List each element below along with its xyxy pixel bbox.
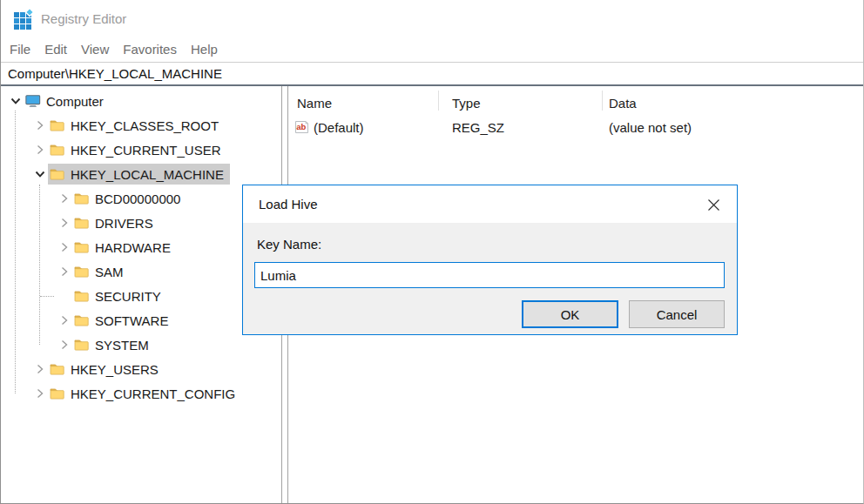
tree-item-hkey-classes-root[interactable]: HKEY_CLASSES_ROOT (1, 113, 281, 138)
tree-guide-line (15, 111, 16, 393)
no-chevron-spacer (57, 288, 72, 304)
tree-item-content[interactable]: DRIVERS (72, 212, 159, 233)
tree-item-label: HARDWARE (95, 240, 171, 255)
chevron-collapsed-icon[interactable] (32, 386, 48, 401)
chevron-collapsed-icon[interactable] (32, 361, 48, 377)
tree-item-label: BCD00000000 (95, 192, 180, 206)
folder-icon (50, 362, 65, 376)
tree-item-label: SYSTEM (95, 338, 149, 353)
tree-item-content[interactable]: HKEY_CURRENT_CONFIG (48, 383, 241, 404)
folder-icon (74, 338, 90, 352)
chevron-collapsed-icon[interactable] (57, 239, 72, 255)
tree-item-drivers[interactable]: DRIVERS (1, 211, 281, 235)
chevron-collapsed-icon[interactable] (32, 118, 48, 133)
value-data: (value not set) (602, 120, 863, 135)
value-row[interactable]: ab(Default)REG_SZ(value not set) (288, 116, 863, 138)
menu-favorites[interactable]: Favorites (116, 37, 184, 62)
folder-icon (74, 240, 90, 254)
folder-icon (74, 216, 90, 230)
folder-icon (74, 313, 90, 327)
folder-icon (50, 386, 65, 400)
tree-item-hkey-local-machine[interactable]: HKEY_LOCAL_MACHINE (1, 162, 281, 186)
tree-item-label: DRIVERS (95, 216, 153, 231)
computer-icon (25, 94, 41, 108)
column-separator[interactable] (602, 91, 603, 111)
close-icon[interactable] (700, 192, 726, 218)
values-rows: ab(Default)REG_SZ(value not set) (288, 116, 863, 138)
key-name-input[interactable] (254, 262, 725, 288)
cancel-button[interactable]: Cancel (629, 300, 725, 328)
folder-icon (50, 118, 65, 132)
column-separator[interactable] (438, 91, 439, 111)
menu-view[interactable]: View (74, 37, 116, 62)
tree-item-sam[interactable]: SAM (1, 259, 281, 284)
tree-item-system[interactable]: SYSTEM (1, 333, 281, 357)
column-header-name[interactable]: Name (288, 96, 438, 111)
values-header-row: NameTypeData (288, 90, 863, 116)
column-header-type[interactable]: Type (438, 96, 602, 111)
tree-item-label: SAM (95, 265, 124, 279)
title-bar: Registry Editor (1, 0, 863, 37)
tree-item-content[interactable]: Computer (24, 91, 110, 111)
chevron-expanded-icon[interactable] (32, 166, 48, 182)
tree-item-selected-content[interactable]: HKEY_LOCAL_MACHINE (48, 164, 230, 185)
dialog-body: Key Name: OK Cancel (243, 223, 737, 334)
tree-item-software[interactable]: SOFTWARE (1, 308, 281, 333)
chevron-collapsed-icon[interactable] (57, 191, 72, 206)
registry-editor-window: Registry Editor FileEditViewFavoritesHel… (0, 0, 864, 504)
tree-item-content[interactable]: HARDWARE (72, 237, 177, 258)
folder-icon (74, 289, 90, 303)
tree-item-hkey-users[interactable]: HKEY_USERS (1, 357, 281, 381)
folder-icon (74, 192, 90, 205)
ok-button[interactable]: OK (522, 300, 618, 328)
tree-item-hardware[interactable]: HARDWARE (1, 235, 281, 259)
tree-item-content[interactable]: HKEY_CLASSES_ROOT (48, 115, 225, 136)
registry-editor-app-icon (11, 7, 34, 30)
tree-item-computer[interactable]: Computer (1, 89, 281, 113)
tree-item-content[interactable]: SOFTWARE (72, 310, 174, 331)
tree-item-content[interactable]: HKEY_CURRENT_USER (48, 139, 227, 160)
folder-icon (74, 265, 90, 279)
tree-item-bcd00000000[interactable]: BCD00000000 (1, 186, 281, 211)
tree-item-label: HKEY_CLASSES_ROOT (71, 118, 219, 133)
chevron-collapsed-icon[interactable] (57, 337, 72, 353)
tree-guide-line (39, 185, 40, 345)
dialog-title: Load Hive (259, 197, 318, 212)
tree-item-content[interactable]: SAM (72, 261, 130, 282)
tree-item-label: HKEY_USERS (71, 362, 159, 377)
chevron-collapsed-icon[interactable] (57, 264, 72, 279)
menu-file[interactable]: File (3, 37, 37, 62)
dialog-title-bar: Load Hive (243, 185, 737, 223)
value-name: (Default) (314, 120, 364, 135)
tree-guide-connector (40, 296, 54, 297)
load-hive-dialog: Load Hive Key Name: OK Cancel (242, 185, 738, 335)
tree-item-label: HKEY_CURRENT_CONFIG (71, 386, 235, 401)
chevron-collapsed-icon[interactable] (57, 312, 72, 328)
tree-item-hkey-current-user[interactable]: HKEY_CURRENT_USER (1, 138, 281, 162)
chevron-collapsed-icon[interactable] (57, 215, 72, 231)
svg-text:ab: ab (296, 122, 306, 131)
value-type: REG_SZ (438, 120, 602, 135)
string-value-icon: ab (294, 120, 309, 134)
tree-item-label: HKEY_CURRENT_USER (71, 143, 221, 158)
address-bar-path: Computer\HKEY_LOCAL_MACHINE (8, 66, 222, 81)
menu-bar: FileEditViewFavoritesHelp (1, 37, 863, 63)
tree-item-label: Computer (46, 94, 104, 109)
tree-item-label: SOFTWARE (95, 313, 168, 328)
tree-item-content[interactable]: BCD00000000 (72, 188, 186, 209)
window-title: Registry Editor (41, 11, 126, 26)
menu-edit[interactable]: Edit (37, 37, 74, 62)
tree-item-content[interactable]: HKEY_USERS (48, 359, 165, 380)
tree-panel: ComputerHKEY_CLASSES_ROOTHKEY_CURRENT_US… (1, 86, 281, 504)
chevron-expanded-icon[interactable] (8, 93, 24, 109)
tree-item-hkey-current-config[interactable]: HKEY_CURRENT_CONFIG (1, 381, 281, 406)
tree-item-content[interactable]: SYSTEM (72, 334, 155, 355)
chevron-collapsed-icon[interactable] (32, 142, 48, 158)
key-name-label: Key Name: (257, 237, 321, 252)
menu-help[interactable]: Help (184, 37, 225, 62)
tree-item-content[interactable]: SECURITY (72, 286, 167, 306)
column-header-data[interactable]: Data (602, 96, 863, 111)
tree-item-label: SECURITY (95, 289, 161, 304)
address-bar[interactable]: Computer\HKEY_LOCAL_MACHINE (1, 63, 863, 86)
folder-icon (50, 167, 65, 181)
